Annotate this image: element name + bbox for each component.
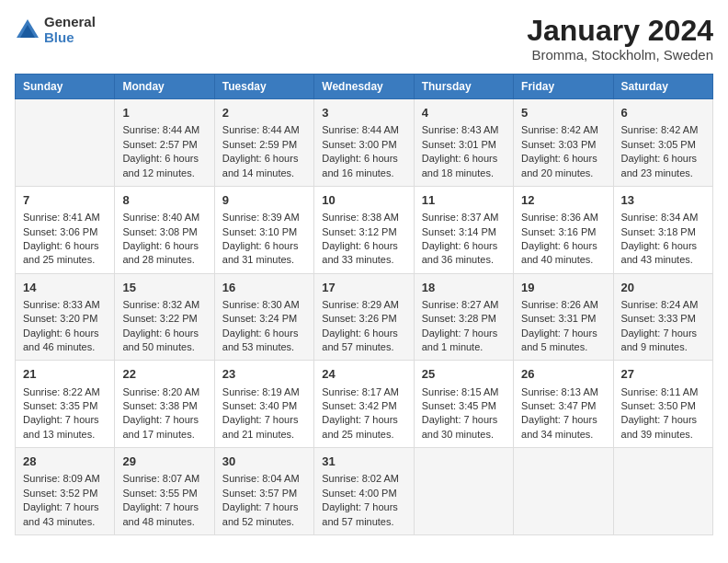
day-number: 2	[222, 105, 306, 121]
day-number: 16	[222, 280, 306, 296]
day-info: Sunrise: 8:44 AM Sunset: 2:57 PM Dayligh…	[122, 123, 206, 180]
calendar-cell: 26Sunrise: 8:13 AM Sunset: 3:47 PM Dayli…	[514, 361, 613, 448]
day-number: 31	[322, 454, 405, 470]
calendar-cell: 7Sunrise: 8:41 AM Sunset: 3:06 PM Daylig…	[16, 186, 115, 273]
calendar-cell: 10Sunrise: 8:38 AM Sunset: 3:12 PM Dayli…	[314, 186, 414, 273]
calendar-body: 1Sunrise: 8:44 AM Sunset: 2:57 PM Daylig…	[16, 99, 713, 535]
day-info: Sunrise: 8:29 AM Sunset: 3:26 PM Dayligh…	[322, 298, 405, 355]
day-number: 6	[621, 105, 705, 121]
day-number: 11	[422, 192, 506, 209]
calendar-cell: 3Sunrise: 8:44 AM Sunset: 3:00 PM Daylig…	[314, 99, 414, 187]
day-number: 15	[122, 280, 206, 296]
day-number: 8	[122, 192, 206, 209]
day-number: 23	[222, 366, 306, 383]
day-number: 19	[521, 280, 605, 296]
calendar-cell: 20Sunrise: 8:24 AM Sunset: 3:33 PM Dayli…	[613, 273, 712, 361]
day-info: Sunrise: 8:13 AM Sunset: 3:47 PM Dayligh…	[521, 385, 605, 442]
title-block: January 2024 Bromma, Stockholm, Sweden	[527, 15, 713, 63]
col-thursday: Thursday	[414, 75, 513, 99]
day-info: Sunrise: 8:41 AM Sunset: 3:06 PM Dayligh…	[23, 211, 107, 268]
day-info: Sunrise: 8:40 AM Sunset: 3:08 PM Dayligh…	[122, 211, 206, 268]
day-info: Sunrise: 8:11 AM Sunset: 3:50 PM Dayligh…	[621, 385, 705, 442]
day-number: 26	[521, 366, 605, 383]
day-info: Sunrise: 8:42 AM Sunset: 3:03 PM Dayligh…	[521, 123, 605, 180]
day-number: 27	[621, 366, 705, 383]
day-info: Sunrise: 8:27 AM Sunset: 3:28 PM Dayligh…	[422, 298, 506, 355]
col-saturday: Saturday	[613, 75, 712, 99]
calendar-cell: 30Sunrise: 8:04 AM Sunset: 3:57 PM Dayli…	[214, 448, 313, 535]
day-number: 7	[23, 192, 107, 209]
calendar-cell: 12Sunrise: 8:36 AM Sunset: 3:16 PM Dayli…	[514, 186, 613, 273]
calendar-cell: 4Sunrise: 8:43 AM Sunset: 3:01 PM Daylig…	[414, 99, 513, 187]
day-info: Sunrise: 8:04 AM Sunset: 3:57 PM Dayligh…	[222, 472, 306, 529]
day-number: 20	[621, 280, 705, 296]
day-info: Sunrise: 8:15 AM Sunset: 3:45 PM Dayligh…	[422, 385, 506, 442]
location-subtitle: Bromma, Stockholm, Sweden	[527, 47, 713, 63]
day-info: Sunrise: 8:37 AM Sunset: 3:14 PM Dayligh…	[422, 211, 506, 268]
day-number: 4	[422, 105, 506, 121]
header-row: Sunday Monday Tuesday Wednesday Thursday…	[16, 75, 713, 99]
col-sunday: Sunday	[16, 75, 115, 99]
logo-text: General Blue	[44, 15, 96, 45]
calendar-cell: 17Sunrise: 8:29 AM Sunset: 3:26 PM Dayli…	[314, 273, 414, 361]
calendar-cell: 23Sunrise: 8:19 AM Sunset: 3:40 PM Dayli…	[214, 361, 313, 448]
calendar-week-row: 1Sunrise: 8:44 AM Sunset: 2:57 PM Daylig…	[16, 99, 713, 187]
calendar-cell: 25Sunrise: 8:15 AM Sunset: 3:45 PM Dayli…	[414, 361, 513, 448]
day-info: Sunrise: 8:43 AM Sunset: 3:01 PM Dayligh…	[422, 123, 506, 180]
day-number: 13	[621, 192, 705, 209]
calendar-cell: 19Sunrise: 8:26 AM Sunset: 3:31 PM Dayli…	[514, 273, 613, 361]
calendar-header: Sunday Monday Tuesday Wednesday Thursday…	[16, 75, 713, 99]
calendar-cell	[514, 448, 613, 535]
logo: General Blue	[15, 15, 96, 45]
calendar-week-row: 7Sunrise: 8:41 AM Sunset: 3:06 PM Daylig…	[16, 186, 713, 273]
day-info: Sunrise: 8:38 AM Sunset: 3:12 PM Dayligh…	[322, 211, 405, 268]
day-number: 1	[122, 105, 206, 121]
calendar-cell: 22Sunrise: 8:20 AM Sunset: 3:38 PM Dayli…	[115, 361, 214, 448]
day-info: Sunrise: 8:09 AM Sunset: 3:52 PM Dayligh…	[23, 472, 107, 529]
col-friday: Friday	[514, 75, 613, 99]
day-number: 3	[322, 105, 405, 121]
logo-icon	[15, 17, 40, 43]
calendar-cell: 14Sunrise: 8:33 AM Sunset: 3:20 PM Dayli…	[16, 273, 115, 361]
day-number: 22	[122, 366, 206, 383]
day-number: 28	[23, 454, 107, 470]
day-number: 24	[322, 366, 405, 383]
day-number: 30	[222, 454, 306, 470]
logo-general: General	[44, 15, 96, 30]
calendar-cell: 1Sunrise: 8:44 AM Sunset: 2:57 PM Daylig…	[115, 99, 214, 187]
day-number: 10	[322, 192, 405, 209]
day-info: Sunrise: 8:34 AM Sunset: 3:18 PM Dayligh…	[621, 211, 705, 268]
calendar-cell: 8Sunrise: 8:40 AM Sunset: 3:08 PM Daylig…	[115, 186, 214, 273]
day-number: 29	[122, 454, 206, 470]
calendar-cell: 16Sunrise: 8:30 AM Sunset: 3:24 PM Dayli…	[214, 273, 313, 361]
calendar-cell: 29Sunrise: 8:07 AM Sunset: 3:55 PM Dayli…	[115, 448, 214, 535]
calendar-week-row: 14Sunrise: 8:33 AM Sunset: 3:20 PM Dayli…	[16, 273, 713, 361]
col-tuesday: Tuesday	[214, 75, 313, 99]
calendar-cell: 2Sunrise: 8:44 AM Sunset: 2:59 PM Daylig…	[214, 99, 313, 187]
calendar-cell: 11Sunrise: 8:37 AM Sunset: 3:14 PM Dayli…	[414, 186, 513, 273]
calendar-cell	[613, 448, 712, 535]
calendar-cell: 28Sunrise: 8:09 AM Sunset: 3:52 PM Dayli…	[16, 448, 115, 535]
day-info: Sunrise: 8:20 AM Sunset: 3:38 PM Dayligh…	[122, 385, 206, 442]
calendar-cell: 15Sunrise: 8:32 AM Sunset: 3:22 PM Dayli…	[115, 273, 214, 361]
calendar-cell: 27Sunrise: 8:11 AM Sunset: 3:50 PM Dayli…	[613, 361, 712, 448]
day-number: 5	[521, 105, 605, 121]
calendar-cell: 13Sunrise: 8:34 AM Sunset: 3:18 PM Dayli…	[613, 186, 712, 273]
calendar-week-row: 21Sunrise: 8:22 AM Sunset: 3:35 PM Dayli…	[16, 361, 713, 448]
calendar-cell: 21Sunrise: 8:22 AM Sunset: 3:35 PM Dayli…	[16, 361, 115, 448]
day-number: 21	[23, 366, 107, 383]
calendar-cell: 5Sunrise: 8:42 AM Sunset: 3:03 PM Daylig…	[514, 99, 613, 187]
day-info: Sunrise: 8:19 AM Sunset: 3:40 PM Dayligh…	[222, 385, 306, 442]
day-info: Sunrise: 8:33 AM Sunset: 3:20 PM Dayligh…	[23, 298, 107, 355]
day-info: Sunrise: 8:17 AM Sunset: 3:42 PM Dayligh…	[322, 385, 405, 442]
page-header: General Blue January 2024 Bromma, Stockh…	[15, 15, 713, 63]
day-number: 9	[222, 192, 306, 209]
calendar-cell: 9Sunrise: 8:39 AM Sunset: 3:10 PM Daylig…	[214, 186, 313, 273]
calendar-week-row: 28Sunrise: 8:09 AM Sunset: 3:52 PM Dayli…	[16, 448, 713, 535]
day-info: Sunrise: 8:24 AM Sunset: 3:33 PM Dayligh…	[621, 298, 705, 355]
day-number: 17	[322, 280, 405, 296]
col-monday: Monday	[115, 75, 214, 99]
calendar-cell: 24Sunrise: 8:17 AM Sunset: 3:42 PM Dayli…	[314, 361, 414, 448]
day-info: Sunrise: 8:42 AM Sunset: 3:05 PM Dayligh…	[621, 123, 705, 180]
month-year-title: January 2024	[527, 15, 713, 47]
